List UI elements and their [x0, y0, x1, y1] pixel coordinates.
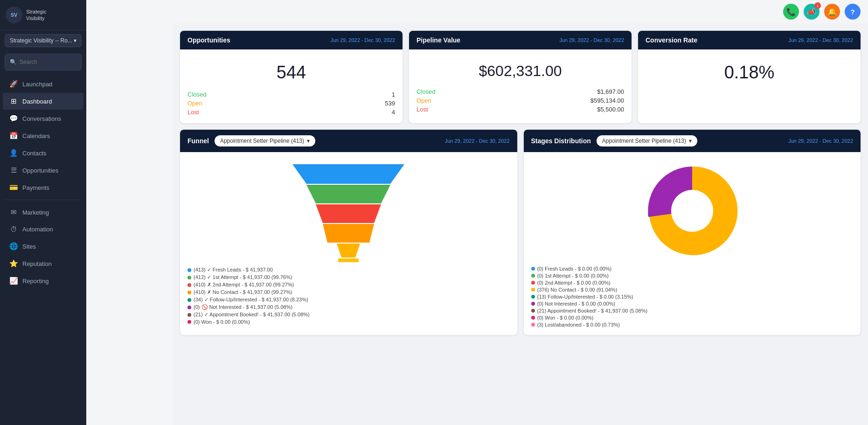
charts-row: Funnel Appointment Setter Pipeline (413)…: [180, 130, 861, 335]
funnel-svg: [283, 164, 414, 262]
legend-item: (376) No Contact - $ 0.00 (91.04%): [531, 287, 854, 293]
open-label: Open: [417, 97, 431, 104]
funnel-dropdown[interactable]: Appointment Setter Pipeline (413) ▾: [215, 135, 315, 146]
phone-button[interactable]: 📞: [783, 4, 799, 20]
legend-dot: [187, 276, 191, 279]
legend-label: (0) Fresh Leads - $ 0.00 (0.00%): [537, 266, 612, 272]
legend-label: (0) 🚫 Not Interested - $ 41,937.00 (5.08…: [194, 304, 292, 310]
stages-dropdown-label: Appointment Setter Pipeline (413): [602, 138, 686, 144]
legend-dot: [531, 323, 535, 327]
opportunities-icon: ☰: [9, 166, 18, 174]
closed-value: 1: [392, 91, 395, 98]
search-input[interactable]: [20, 59, 86, 65]
legend-dot: [187, 298, 191, 302]
svg-marker-0: [292, 164, 404, 184]
legend-item: (413) ✓ Fresh Leads - $ 41,937.00: [187, 267, 510, 273]
sidebar-item-marketing[interactable]: ✉ Marketing: [3, 204, 83, 221]
stat-row: Closed $1,697.00: [417, 88, 624, 95]
pipeline-card-header: Pipeline Value Jun 29, 2022 - Dec 30, 20…: [409, 31, 632, 49]
legend-dot: [187, 268, 191, 272]
funnel-card: Funnel Appointment Setter Pipeline (413)…: [180, 130, 517, 335]
funnel-dropdown-label: Appointment Setter Pipeline (413): [220, 138, 304, 144]
sidebar-item-automation[interactable]: ⏱ Automation: [3, 221, 83, 237]
legend-dot: [187, 320, 191, 324]
pie-chart-container: [531, 160, 854, 262]
sidebar-item-reporting[interactable]: 📈 Reporting: [3, 272, 83, 289]
sidebar-item-calendars[interactable]: 📅 Calendars: [3, 127, 83, 144]
sidebar-item-label: Automation: [22, 226, 53, 233]
legend-dot: [531, 267, 535, 271]
legend-item: (0) Fresh Leads - $ 0.00 (0.00%): [531, 266, 854, 272]
main-content: Opportunities Jun 29, 2022 - Dec 30, 202…: [173, 23, 868, 425]
funnel-body: (413) ✓ Fresh Leads - $ 41,937.00 (412) …: [180, 152, 517, 332]
opportunities-value: 544: [187, 63, 395, 83]
open-value: $595,134.00: [590, 97, 624, 104]
notification-badge: 1: [814, 2, 821, 9]
sidebar-item-payments[interactable]: 💳 Payments: [3, 179, 83, 196]
megaphone-button[interactable]: 📣 1: [804, 4, 819, 20]
funnel-legend: (413) ✓ Fresh Leads - $ 41,937.00 (412) …: [187, 267, 510, 325]
legend-item: (0) 🚫 Not Interested - $ 41,937.00 (5.08…: [187, 304, 510, 310]
sidebar-logo: SV StrategicVisibility: [0, 0, 86, 30]
sidebar-item-launchpad[interactable]: 🚀 Launchpad: [3, 76, 83, 92]
sidebar-item-label: Reputation: [22, 260, 52, 267]
closed-label: Closed: [187, 91, 206, 98]
legend-label: (0) 2nd Attempt - $ 0.00 (0.00%): [537, 280, 611, 286]
opportunities-title: Opportunities: [187, 36, 230, 44]
legend-dot: [531, 288, 535, 292]
legend-dot: [187, 283, 191, 287]
funnel-title: Funnel: [187, 137, 209, 145]
bell-button[interactable]: 🔔: [824, 4, 840, 20]
nav-divider: [5, 200, 82, 200]
conversion-title: Conversion Rate: [646, 36, 697, 44]
stages-dropdown[interactable]: Appointment Setter Pipeline (413) ▾: [597, 135, 697, 146]
pipeline-details: Closed $1,697.00 Open $595,134.00 Lost $…: [417, 88, 624, 113]
stat-row: Open 539: [187, 100, 395, 107]
sidebar-item-label: Marketing: [22, 209, 49, 216]
stages-date: Jun 29, 2022 - Dec 30, 2022: [788, 138, 853, 144]
reputation-icon: ⭐: [9, 259, 18, 268]
sidebar-item-label: Reporting: [22, 278, 49, 285]
conversations-icon: 💬: [9, 114, 18, 123]
legend-item: (0) Won - $ 0.00 (0.00%): [531, 315, 854, 320]
payments-icon: 💳: [9, 183, 18, 192]
sidebar-item-dashboard[interactable]: ⊞ Dashboard: [3, 93, 83, 110]
reporting-icon: 📈: [9, 277, 18, 285]
stat-row: Lost $5,500.00: [417, 106, 624, 113]
legend-label: (34) ✓ Follow-Up/Interested - $ 41,937.0…: [194, 297, 308, 303]
svg-marker-4: [337, 244, 360, 258]
sidebar-nav: 🚀 Launchpad ⊞ Dashboard 💬 Conversations …: [0, 73, 86, 425]
closed-value: $1,697.00: [597, 88, 624, 95]
contacts-icon: 👤: [9, 149, 18, 157]
legend-item: (0) Not Interested - $ 0.00 (0.00%): [531, 301, 854, 307]
stat-row: Closed 1: [187, 91, 395, 98]
conversion-card-header: Conversion Rate Jun 29, 2022 - Dec 30, 2…: [638, 31, 861, 49]
sidebar-item-label: Launchpad: [22, 81, 52, 88]
sidebar-item-sites[interactable]: 🌐 Sites: [3, 238, 83, 255]
sidebar-item-contacts[interactable]: 👤 Contacts: [3, 145, 83, 161]
legend-label: (3) Lost/abandoned - $ 0.00 (0.73%): [537, 322, 620, 327]
legend-dot: [531, 281, 535, 285]
sidebar-item-opportunities[interactable]: ☰ Opportunities: [3, 162, 83, 179]
open-label: Open: [187, 100, 202, 107]
automation-icon: ⏱: [9, 225, 18, 233]
legend-item: (412) ✓ 1st Attempt - $ 41,937.00 (99.76…: [187, 274, 510, 280]
logo-text: StrategicVisibility: [26, 8, 46, 22]
legend-item: (0) 2nd Attempt - $ 0.00 (0.00%): [531, 280, 854, 286]
legend-label: (0) Not Interested - $ 0.00 (0.00%): [537, 301, 616, 307]
legend-dot: [531, 274, 535, 278]
pipeline-value: $602,331.00: [417, 63, 624, 80]
funnel-header: Funnel Appointment Setter Pipeline (413)…: [180, 130, 517, 152]
sidebar-item-label: Contacts: [22, 150, 46, 157]
help-button[interactable]: ?: [845, 4, 861, 20]
sidebar-item-reputation[interactable]: ⭐ Reputation: [3, 255, 83, 272]
open-value: 539: [385, 100, 395, 107]
legend-dot: [187, 306, 191, 309]
account-selector[interactable]: Strategic Visibility -- Ro... ▾: [5, 34, 82, 47]
sidebar-item-conversations[interactable]: 💬 Conversations: [3, 110, 83, 127]
legend-label: (21) ✓ Appointment Booked! - $ 41,937.00…: [194, 312, 310, 318]
legend-label: (0) Won - $ 0.00 (0.00%): [537, 315, 594, 320]
logo-icon: SV: [6, 7, 22, 23]
legend-dot: [531, 316, 535, 320]
lost-label: Lost: [417, 106, 428, 113]
